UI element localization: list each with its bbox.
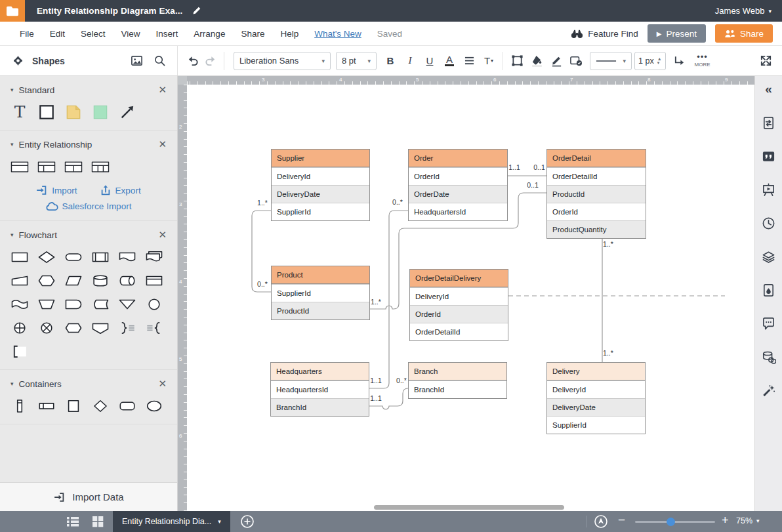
page-grid-button[interactable] [91,514,105,529]
note-shape[interactable] [64,104,83,121]
fill-color-button[interactable] [528,52,545,70]
collapse-left-icon[interactable]: « [761,81,777,97]
entity-orderdetail[interactable]: OrderDetailOrderDetailIdProductIdOrderId… [546,149,646,239]
entity-orderdetaildelivery[interactable]: OrderDetailDeliveryDeliveryIdOrderIdOrde… [409,269,508,341]
entity-field[interactable]: OrderDate [409,185,507,203]
step-down-icon[interactable]: ▾ [657,61,662,65]
collapse-caret-icon[interactable]: ▾ [10,141,14,148]
entity-field[interactable]: HeadquartersId [271,380,369,398]
line-color-button[interactable] [548,52,565,70]
comments-icon[interactable] [761,316,777,331]
connector-shape[interactable] [145,296,163,313]
text-bracket-shape[interactable] [10,343,29,360]
zoom-slider-thumb[interactable] [667,518,675,526]
fit-to-window-button[interactable] [594,514,608,529]
entity-left-column-shape[interactable] [37,158,56,175]
close-icon[interactable]: ✕ [158,138,167,150]
zoom-out-button[interactable]: − [618,513,625,527]
notes-icon[interactable] [761,148,777,164]
entity-field[interactable]: HeadquartersId [409,203,507,220]
manual-operation-shape[interactable] [37,296,56,313]
rounded-container-shape[interactable] [118,398,136,415]
slides-icon[interactable] [761,182,777,197]
collapse-caret-icon[interactable]: ▾ [10,380,14,387]
multiplicity-label[interactable]: 0..1 [527,181,539,189]
data-shape[interactable] [64,272,83,289]
present-button[interactable]: ▶ Present [648,24,706,43]
entity-title[interactable]: Delivery [547,363,645,380]
block-shape[interactable] [91,104,110,121]
page[interactable]: SupplierDeliveryIdDeliveryDateSupplierId… [187,85,754,511]
entity-field[interactable]: OrderDetailId [547,167,646,185]
add-page-button[interactable] [240,514,255,529]
entity-field[interactable]: OrderId [410,305,508,323]
arrow-shape[interactable] [118,104,136,121]
entity-field[interactable]: BranchId [271,398,369,416]
multiplicity-label[interactable]: 1..* [603,349,613,357]
entity-title[interactable]: Branch [409,363,506,380]
feature-find-button[interactable]: Feature Find [571,28,638,39]
wave-shape[interactable] [10,296,29,313]
multiplicity-label[interactable]: 0..1 [533,163,545,171]
close-icon[interactable]: ✕ [158,84,167,96]
horizontal-scrollbar[interactable] [374,505,564,510]
entity-field[interactable]: OrderId [547,203,646,220]
or-junction-shape[interactable] [10,319,29,337]
entity-field[interactable]: DeliveryId [410,287,508,305]
multiplicity-label[interactable]: 0..* [392,198,403,206]
text-options-button[interactable]: T▾ [480,52,497,70]
alternate-process-shape[interactable] [64,319,83,337]
entity-field[interactable]: DeliveryId [547,380,645,398]
insert-image-button[interactable] [128,52,145,70]
canvas[interactable]: SupplierDeliveryIdDeliveryDateSupplierId… [178,76,754,511]
multi-document-shape[interactable] [145,249,163,266]
entity-field[interactable]: SupplierId [272,203,369,220]
bold-button[interactable]: B [382,52,399,70]
stored-data-shape[interactable] [91,296,110,313]
salesforce-import-link[interactable]: Salesforce Import [46,201,132,211]
merge-shape[interactable] [118,296,136,313]
menu-help[interactable]: Help [272,29,306,39]
zoom-in-button[interactable]: + [722,514,729,527]
page-list-button[interactable] [66,514,80,529]
zoom-level-select[interactable]: 75% ▾ [736,516,760,525]
entity-field[interactable]: DeliveryId [272,167,369,185]
theme-icon[interactable] [761,282,777,298]
multiplicity-label[interactable]: 1..1 [370,394,382,402]
shape-style-button[interactable] [508,52,525,70]
redo-button[interactable] [201,52,218,70]
import-data-button[interactable]: Import Data [0,482,178,511]
doc-settings-icon[interactable] [761,115,777,131]
entity-title[interactable]: Supplier [272,150,369,167]
entity-two-column-shape[interactable] [64,158,83,175]
entity-product[interactable]: ProductSupplierIdProductId [271,266,370,320]
fullscreen-button[interactable] [757,52,774,70]
document-title[interactable]: Entity Relationship Diagram Exa... [37,6,182,16]
multiplicity-label[interactable]: 1..* [371,298,381,306]
close-icon[interactable]: ✕ [158,378,167,390]
manual-input-shape[interactable] [10,272,29,289]
brace-left-shape[interactable] [145,319,163,337]
multiplicity-label[interactable]: 1..1 [508,163,520,171]
vertical-container-shape[interactable] [10,398,29,415]
entity-field[interactable]: OrderId [409,167,507,185]
entity-field[interactable]: ProductId [547,185,646,203]
menu-view[interactable]: View [113,29,148,39]
entity-title[interactable]: OrderDetailDelivery [410,270,508,287]
rename-icon[interactable] [192,6,201,16]
text-shape[interactable]: T [10,104,29,121]
history-icon[interactable] [761,215,777,231]
brace-right-shape[interactable] [118,319,136,337]
entity-field[interactable]: BranchId [409,380,506,398]
delay-shape[interactable] [64,296,83,313]
magic-icon[interactable] [761,382,777,398]
square-container-shape[interactable] [64,398,83,415]
multiplicity-label[interactable]: 1..1 [370,377,382,384]
export-link[interactable]: Export [100,184,141,196]
multiplicity-label[interactable]: 0..* [257,280,268,288]
entity-title[interactable]: Headquarters [271,363,369,380]
summing-junction-shape[interactable] [37,319,56,337]
entity-order[interactable]: OrderOrderIdOrderDateHeadquartersId [408,149,508,221]
text-align-button[interactable] [461,52,478,70]
menu-select[interactable]: Select [73,29,113,39]
